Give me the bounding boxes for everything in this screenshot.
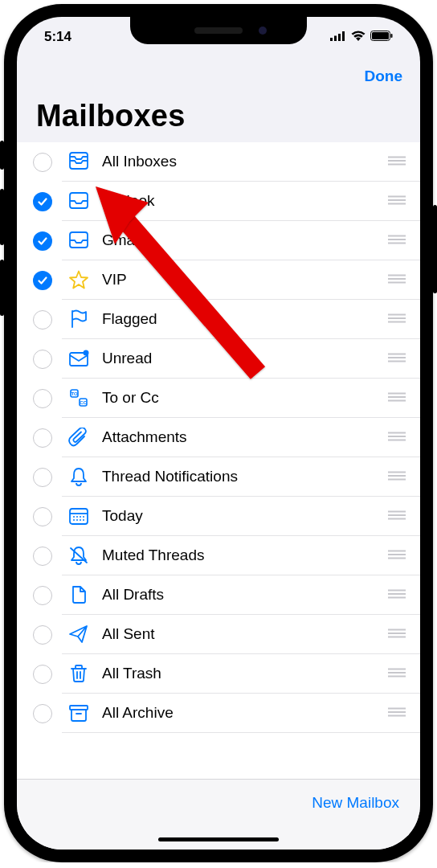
list-item[interactable]: All Drafts (17, 575, 420, 615)
checkbox-unchecked[interactable] (33, 350, 52, 369)
drag-handle-icon[interactable] (388, 351, 406, 366)
drag-handle-icon[interactable] (388, 548, 406, 563)
star-icon (67, 269, 91, 290)
checkbox-checked[interactable] (33, 231, 52, 251)
list-item[interactable]: Outlook (17, 182, 420, 221)
mailbox-label: VIP (102, 271, 388, 289)
mailbox-label: Attachments (102, 428, 388, 446)
calendar-icon (67, 506, 91, 526)
checkbox-unchecked[interactable] (33, 704, 52, 723)
all-inboxes-icon (67, 151, 91, 172)
list-item[interactable]: Flagged (17, 300, 420, 339)
mailbox-list[interactable]: All InboxesOutlookGmailVIPFlaggedUnreadT… (17, 142, 420, 779)
screen: 5:14 Done Mailboxes All InboxesOutlookGm… (17, 17, 420, 850)
list-item[interactable]: Attachments (17, 418, 420, 457)
list-item[interactable]: VIP (17, 260, 420, 300)
list-item[interactable]: All Archive (17, 694, 420, 733)
mailbox-label: Unread (102, 350, 388, 367)
mailbox-label: To or Cc (102, 389, 388, 407)
drag-handle-icon[interactable] (388, 312, 406, 326)
mailbox-label: All Inboxes (102, 153, 388, 170)
tocc-icon (67, 387, 91, 408)
drag-handle-icon[interactable] (388, 272, 406, 287)
archivebox-icon (67, 702, 91, 723)
svg-rect-3 (342, 31, 345, 41)
checkbox-unchecked[interactable] (33, 625, 52, 645)
list-item[interactable]: Unread (17, 339, 420, 379)
paperclip-icon (67, 427, 91, 448)
cellular-icon (330, 29, 346, 45)
mailbox-label: Gmail (102, 231, 388, 249)
checkbox-unchecked[interactable] (33, 153, 52, 172)
mailbox-label: All Trash (102, 665, 388, 682)
list-item[interactable]: Thread Notifications (17, 457, 420, 497)
checkbox-unchecked[interactable] (33, 468, 52, 487)
svg-rect-2 (338, 34, 341, 41)
bell-icon (67, 466, 91, 487)
checkbox-unchecked[interactable] (33, 507, 52, 526)
list-item[interactable]: Gmail (17, 221, 420, 260)
list-item[interactable]: Today (17, 497, 420, 536)
checkbox-unchecked[interactable] (33, 389, 52, 408)
checkbox-unchecked[interactable] (33, 428, 52, 448)
list-item[interactable]: Muted Threads (17, 536, 420, 575)
trash-icon (67, 663, 91, 684)
drag-handle-icon[interactable] (388, 666, 406, 681)
svg-rect-6 (391, 34, 393, 38)
mailbox-label: All Sent (102, 625, 388, 643)
nav-bar: Done (17, 57, 420, 96)
list-item[interactable]: All Sent (17, 615, 420, 654)
list-item[interactable]: All Trash (17, 654, 420, 694)
wifi-icon (351, 29, 366, 45)
paperplane-icon (67, 624, 91, 645)
svg-rect-0 (330, 38, 333, 41)
drag-handle-icon[interactable] (388, 588, 406, 602)
mailbox-label: Today (102, 507, 388, 525)
unread-icon (67, 348, 91, 369)
drag-handle-icon[interactable] (388, 509, 406, 523)
mailbox-label: Thread Notifications (102, 468, 388, 485)
mailbox-label: Muted Threads (102, 547, 388, 564)
checkbox-unchecked[interactable] (33, 586, 52, 605)
checkbox-unchecked[interactable] (33, 665, 52, 684)
list-item[interactable]: All Inboxes (17, 142, 420, 182)
bell-slash-icon (67, 545, 91, 566)
drag-handle-icon[interactable] (388, 233, 406, 248)
checkbox-unchecked[interactable] (33, 547, 52, 566)
done-button[interactable]: Done (365, 68, 403, 85)
drag-handle-icon[interactable] (388, 430, 406, 444)
document-icon (67, 584, 91, 605)
home-indicator[interactable] (158, 837, 279, 841)
drag-handle-icon[interactable] (388, 706, 406, 720)
battery-icon (370, 29, 393, 45)
list-item[interactable]: To or Cc (17, 379, 420, 418)
inbox-icon (67, 190, 91, 211)
page-title: Mailboxes (36, 99, 186, 133)
drag-handle-icon[interactable] (388, 194, 406, 208)
new-mailbox-button[interactable]: New Mailbox (312, 794, 399, 812)
checkbox-checked[interactable] (33, 192, 52, 211)
mailbox-label: All Drafts (102, 586, 388, 604)
drag-handle-icon[interactable] (388, 627, 406, 641)
checkbox-checked[interactable] (33, 271, 52, 290)
svg-rect-1 (334, 36, 337, 42)
mailbox-label: Outlook (102, 192, 388, 210)
flag-icon (67, 309, 91, 330)
mailbox-label: All Archive (102, 704, 388, 722)
clock-text: 5:14 (44, 29, 71, 45)
drag-handle-icon[interactable] (388, 391, 406, 405)
inbox-icon (67, 230, 91, 251)
drag-handle-icon[interactable] (388, 469, 406, 484)
mailbox-label: Flagged (102, 310, 388, 328)
svg-rect-5 (372, 32, 389, 39)
drag-handle-icon[interactable] (388, 154, 406, 169)
notch (130, 17, 307, 44)
checkbox-unchecked[interactable] (33, 310, 52, 330)
